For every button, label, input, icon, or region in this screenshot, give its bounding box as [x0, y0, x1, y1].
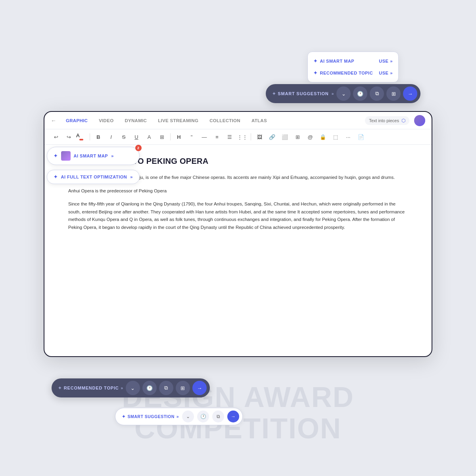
copy-button-top[interactable]: ⧉: [370, 86, 384, 101]
export-button[interactable]: 📄: [356, 132, 366, 142]
italic-button[interactable]: I: [106, 132, 116, 142]
smart-suggestion-label-top: ✦ SMART SUGGESTION »: [272, 91, 334, 96]
sparkle-icon-2: ✦: [313, 70, 318, 76]
back-arrow[interactable]: ←: [51, 117, 56, 124]
frame-button[interactable]: ⬚: [330, 132, 341, 142]
strikethrough-button[interactable]: S: [119, 132, 129, 142]
image-button[interactable]: 🖼: [254, 132, 265, 142]
align-button[interactable]: ≡: [212, 132, 222, 142]
clock-small-button[interactable]: 🕐: [197, 411, 209, 422]
sparkle-icon-left-2: ✦: [54, 174, 58, 180]
heading-button[interactable]: H: [174, 132, 184, 142]
recommended-topic-label: ✦ RECOMMENDED TOPIC »: [58, 386, 123, 391]
floating-ai-panel: ✦ AI SMART MAP USE » ✦ RECOMMENDED TOPIC…: [307, 52, 399, 83]
divider-button[interactable]: —: [199, 132, 209, 142]
chevron-small-button[interactable]: ⌄: [182, 411, 194, 422]
tab-atlas[interactable]: ATLAS: [247, 116, 272, 125]
highlight-button[interactable]: ⊞: [157, 132, 167, 142]
table-button[interactable]: ⊞: [292, 132, 303, 142]
copy-small-button[interactable]: ⧉: [212, 411, 224, 422]
chevron-down-button-top[interactable]: ⌄: [336, 86, 351, 101]
embed-button[interactable]: ⬜: [280, 132, 290, 142]
arrow-small-button[interactable]: →: [227, 411, 239, 422]
ordered-list-button[interactable]: ☰: [225, 132, 235, 142]
tab-video[interactable]: VIDEO: [94, 116, 118, 125]
toolbar-separator-1: [90, 133, 90, 140]
grid-button-bottom[interactable]: ⊞: [176, 381, 190, 395]
smart-map-badge: 2: [135, 145, 142, 151]
underline-button[interactable]: U: [131, 132, 142, 142]
lock-button[interactable]: 🔒: [318, 132, 328, 142]
smart-suggestion-label-bottom: ✦ SMART SUGGESTION »: [122, 414, 179, 419]
smart-suggestion-bar-top: ✦ SMART SUGGESTION » ⌄ 🕐 ⧉ ⊞ →: [266, 84, 421, 103]
font-color-button[interactable]: A: [144, 132, 154, 142]
chevron-down-button-bottom[interactable]: ⌄: [126, 381, 140, 395]
smart-suggestion-bar-bottom: ✦ SMART SUGGESTION » ⌄ 🕐 ⧉ →: [115, 408, 243, 425]
text-into-pieces-pill[interactable]: Text into pieces ⬡: [365, 116, 409, 125]
sparkle-icon-left-1: ✦: [54, 153, 58, 159]
tab-dynamic[interactable]: DYNAMIC: [120, 116, 152, 125]
user-avatar[interactable]: [414, 115, 425, 126]
ai-full-text-button[interactable]: ✦ AI FULL TEXT OPTIMIZATION »: [47, 170, 140, 184]
toolbar-separator-3: [251, 133, 251, 140]
arrow-button-top[interactable]: →: [403, 86, 417, 101]
clock-button-bottom[interactable]: 🕐: [142, 381, 157, 395]
undo-button[interactable]: ↩: [51, 132, 61, 142]
mention-button[interactable]: @: [305, 132, 315, 142]
ai-smart-map-panel-item[interactable]: ✦ AI SMART MAP USE »: [308, 55, 398, 67]
clock-button-top[interactable]: 🕐: [353, 86, 367, 101]
recommended-topic-panel-item[interactable]: ✦ RECOMMENDED TOPIC USE »: [308, 67, 398, 79]
paragraph-2: Anhui Opera is the predecessor of Peking…: [68, 187, 408, 195]
more-button[interactable]: ···: [343, 132, 353, 142]
map-thumbnail: [61, 151, 71, 161]
paragraph-3: Since the fifty-fifth year of Qianlong i…: [68, 200, 408, 231]
ai-smart-map-button[interactable]: ✦ AI SMART MAP » 2: [47, 147, 140, 165]
ai-icon: ⬡: [401, 118, 405, 123]
redo-button[interactable]: ↪: [63, 132, 74, 142]
grid-button-top[interactable]: ⊞: [386, 86, 401, 101]
sparkle-icon: ✦: [313, 58, 318, 64]
tab-graphic[interactable]: GRAPHIC: [61, 116, 92, 125]
editor-toolbar: ↩ ↪ A B I S U A ⊞ H " — ≡ ☰ ⋮⋮ 🖼 🔗 ⬜ ⊞ @…: [44, 129, 432, 145]
editor-nav: ← GRAPHIC VIDEO DYNAMIC LIVE STREAMING C…: [44, 112, 432, 129]
quote-button[interactable]: ": [186, 132, 197, 142]
arrow-button-bottom[interactable]: →: [192, 381, 207, 395]
color-picker-button[interactable]: A: [76, 132, 86, 142]
toolbar-separator-2: [170, 133, 171, 140]
bold-button[interactable]: B: [93, 132, 104, 142]
copy-button-bottom[interactable]: ⧉: [159, 381, 173, 395]
recommended-topic-bar: ✦ RECOMMENDED TOPIC » ⌄ 🕐 ⧉ ⊞ →: [52, 378, 210, 397]
tab-live-streaming[interactable]: LIVE STREAMING: [153, 116, 203, 125]
left-floating-buttons: ✦ AI SMART MAP » 2 ✦ AI FULL TEXT OPTIMI…: [47, 147, 140, 184]
tab-collection[interactable]: COLLECTION: [205, 116, 245, 125]
link-button[interactable]: 🔗: [267, 132, 277, 142]
unordered-list-button[interactable]: ⋮⋮: [237, 132, 248, 142]
